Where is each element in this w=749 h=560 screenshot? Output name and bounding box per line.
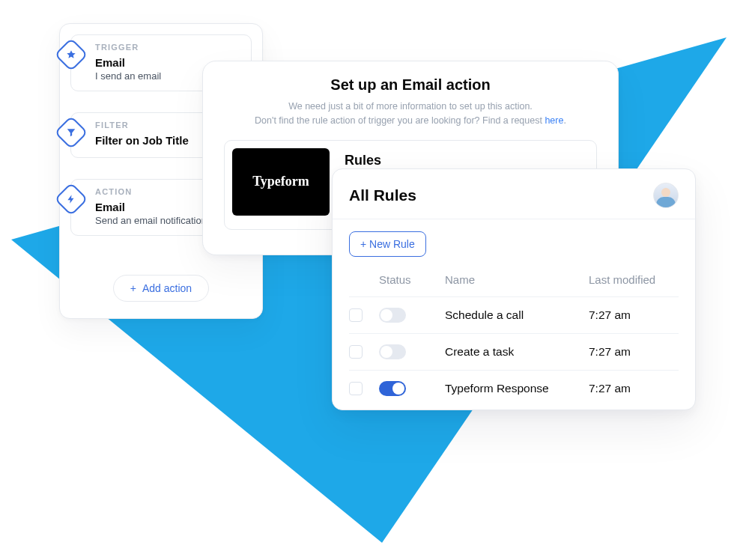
rules-title: All Rules — [349, 186, 416, 204]
column-name: Name — [445, 273, 583, 286]
setup-subtitle: We need just a bit of more information t… — [224, 100, 597, 128]
rules-table: Status Name Last modified Schedule a cal… — [333, 263, 695, 407]
step-kind-label: TRIGGER — [95, 43, 240, 52]
bolt-icon — [54, 182, 88, 216]
avatar[interactable] — [653, 183, 679, 208]
status-toggle[interactable] — [379, 308, 406, 323]
typeform-logo: Typeform — [232, 148, 330, 216]
row-checkbox[interactable] — [349, 308, 363, 322]
rule-modified: 7:27 am — [589, 345, 679, 359]
status-toggle[interactable] — [379, 381, 406, 396]
rule-name: Typeform Response — [445, 382, 583, 395]
column-status: Status — [379, 273, 439, 286]
status-toggle[interactable] — [379, 344, 406, 359]
row-checkbox[interactable] — [349, 382, 363, 395]
table-row: Schedule a call7:27 am — [349, 297, 679, 334]
rule-modified: 7:27 am — [589, 308, 679, 322]
setup-title: Set up an Email action — [224, 76, 597, 94]
table-row: Typeform Response7:27 am — [349, 371, 679, 407]
rule-modified: 7:27 am — [589, 382, 679, 395]
rule-name: Create a task — [445, 345, 583, 359]
new-rule-button[interactable]: + New Rule — [349, 231, 426, 257]
row-checkbox[interactable] — [349, 345, 363, 359]
star-icon — [54, 37, 88, 71]
column-modified: Last modified — [589, 273, 679, 286]
plus-icon: + — [130, 282, 136, 294]
add-action-label: Add action — [142, 282, 192, 294]
rule-name: Schedule a call — [445, 308, 583, 322]
add-action-button[interactable]: + Add action — [113, 275, 209, 302]
request-link[interactable]: here — [545, 115, 563, 126]
table-header-row: Status Name Last modified — [349, 263, 679, 297]
funnel-icon — [54, 115, 88, 149]
rules-card: All Rules + New Rule Status Name Last mo… — [332, 168, 696, 410]
table-row: Create a task7:27 am — [349, 334, 679, 371]
